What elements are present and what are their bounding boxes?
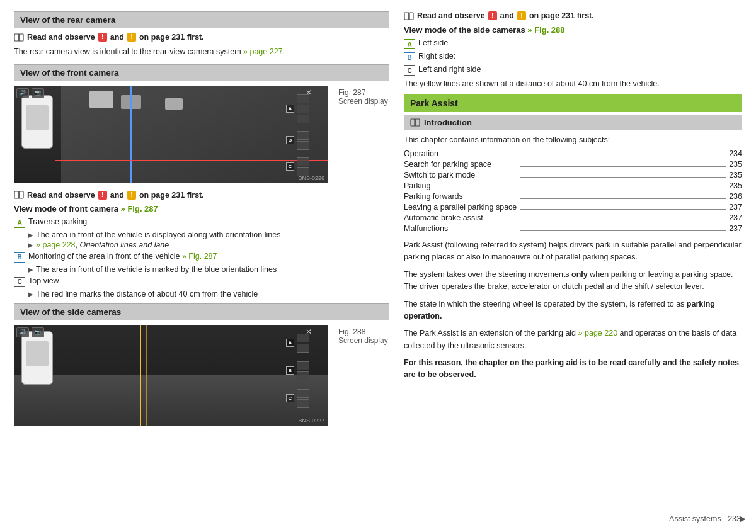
front-read-label: Read and observe bbox=[27, 191, 95, 200]
item-C-text: Top view bbox=[28, 276, 59, 285]
para5: For this reason, the chapter on the park… bbox=[404, 357, 742, 382]
toc-row-brake: Automatic brake assist 237 bbox=[404, 213, 742, 222]
side-cameras-header: View of the side cameras bbox=[14, 303, 389, 320]
para3: The state in which the steering wheel is… bbox=[404, 298, 742, 323]
badge-red-front: ! bbox=[98, 191, 107, 200]
side-label-B: B bbox=[286, 361, 309, 380]
rear-camera-link[interactable]: » page 227 bbox=[243, 47, 283, 56]
para2-prefix: The system takes over the steering movem… bbox=[404, 270, 571, 279]
svg-rect-5 bbox=[14, 191, 18, 198]
abc-labels-front: A B bbox=[286, 94, 309, 176]
next-arrow[interactable]: ▶ bbox=[740, 514, 746, 523]
toc-parking: Parking bbox=[404, 181, 517, 190]
toc-page-6: 237 bbox=[729, 213, 742, 222]
para4: The Park Assist is an extension of the p… bbox=[404, 327, 742, 352]
rear-camera-section: View of the rear camera Read and observe… bbox=[14, 11, 389, 58]
toc-page-5: 237 bbox=[729, 203, 742, 212]
svg-rect-6 bbox=[20, 191, 23, 198]
svg-rect-0 bbox=[14, 34, 18, 41]
front-on-page: on page 231 first. bbox=[139, 191, 204, 200]
side-camera-top-icons: 🔊 📷 bbox=[16, 327, 44, 337]
blue-orientation-line bbox=[130, 86, 132, 183]
toc-page-4: 236 bbox=[729, 192, 742, 201]
side-letter-C: C bbox=[404, 65, 415, 76]
side-item-B: B Right side: bbox=[404, 52, 742, 62]
bns-label-side: BNS-0227 bbox=[298, 417, 324, 424]
car-overhead-front bbox=[21, 95, 53, 149]
fig-287-link[interactable]: » Fig. 287 bbox=[121, 204, 158, 213]
side-letter-A: A bbox=[404, 39, 415, 49]
toc-operation: Operation bbox=[404, 149, 517, 158]
yellow-line-2 bbox=[146, 325, 147, 426]
fig288-link[interactable]: » Fig. 288 bbox=[527, 25, 564, 35]
side-volume-icon: 🔊 bbox=[16, 327, 29, 337]
footer-page: 233 bbox=[728, 514, 741, 523]
toc-row-malfunctions: Malfunctions 237 bbox=[404, 224, 742, 233]
bullet-arrow-1: ▶ bbox=[28, 231, 33, 239]
side-letter-B: B bbox=[404, 52, 415, 62]
bullet-arrow-2: ▶ bbox=[28, 241, 33, 249]
book-icon bbox=[14, 33, 24, 42]
item-C-bullet1: ▶ The red line marks the distance of abo… bbox=[28, 290, 389, 298]
rear-and: and bbox=[110, 33, 124, 42]
yellow-orientation-line bbox=[140, 325, 141, 426]
bullet-arrow-3: ▶ bbox=[28, 266, 33, 274]
front-camera-section: View of the front camera bbox=[14, 64, 389, 298]
book-icon-2 bbox=[14, 191, 24, 199]
toc-dots-7 bbox=[520, 230, 726, 231]
side-camera-image: 🔊 📷 ✕ A bbox=[14, 325, 328, 426]
toc-dots-6 bbox=[520, 220, 726, 220]
side-cameras-title: View of the side cameras bbox=[20, 307, 121, 317]
bns-label-front: BNS-0226 bbox=[298, 175, 324, 181]
side-label-A: A bbox=[286, 334, 309, 353]
right-column: Read and observe ! and ! on page 231 fir… bbox=[404, 11, 742, 521]
fig-288-label: Fig. 288 Screen display bbox=[338, 325, 389, 429]
front-camera-header: View of the front camera bbox=[14, 64, 389, 81]
label-B-front: B bbox=[286, 131, 309, 150]
para3-text: The state in which the steering wheel is… bbox=[404, 300, 687, 308]
svg-rect-1 bbox=[20, 34, 23, 41]
page220-link[interactable]: » page 220 bbox=[578, 329, 618, 337]
front-read-note: Read and observe ! and ! on page 231 fir… bbox=[14, 191, 389, 200]
fig-287-label: Fig. 287 Screen display bbox=[338, 86, 389, 187]
item-B-bullet1: ▶ The area in front of the vehicle is ma… bbox=[28, 265, 389, 274]
toc-row-search: Search for parking space 235 bbox=[404, 160, 742, 169]
toc-dots-2 bbox=[520, 177, 726, 178]
toc-dots-0 bbox=[520, 156, 726, 156]
toc-row-leaving: Leaving a parallel parking space 237 bbox=[404, 203, 742, 212]
label-A-front: A bbox=[286, 94, 309, 123]
camera-icon: 📷 bbox=[32, 88, 44, 98]
right-and: and bbox=[500, 11, 514, 20]
para2-bold: only bbox=[571, 270, 588, 279]
item-A-bullet1: ▶ The area in front of the vehicle is di… bbox=[28, 230, 389, 239]
left-column: View of the rear camera Read and observe… bbox=[14, 11, 389, 521]
svg-rect-15 bbox=[411, 119, 415, 126]
fig-287-number: Fig. 287 bbox=[338, 88, 389, 97]
yellow-lines-note: The yellow lines are shown at a distance… bbox=[404, 79, 742, 88]
fig-287-caption: Screen display bbox=[338, 97, 389, 106]
front-view-mode-title: View mode of front camera » Fig. 287 bbox=[14, 204, 389, 213]
item-A-text: Traverse parking bbox=[28, 217, 87, 226]
footer: Assist systems 233 bbox=[669, 514, 741, 523]
rear-camera-body: The rear camera view is identical to the… bbox=[14, 46, 389, 58]
para1: Park Assist (following referred to syste… bbox=[404, 239, 742, 264]
side-label-C: C bbox=[286, 389, 309, 408]
item-A: A Traverse parking bbox=[14, 217, 389, 228]
side-camera-figure: 🔊 📷 ✕ A bbox=[14, 325, 389, 429]
page228-link[interactable]: » page 228 bbox=[36, 241, 76, 249]
toc-row-forwards: Parking forwards 236 bbox=[404, 192, 742, 201]
toc-page-0: 234 bbox=[729, 149, 742, 158]
badge-yellow-right: ! bbox=[517, 11, 526, 20]
badge-yellow-front: ! bbox=[127, 191, 136, 200]
bullet-arrow-4: ▶ bbox=[28, 290, 33, 298]
letter-C: C bbox=[14, 277, 25, 287]
svg-rect-11 bbox=[410, 13, 413, 20]
fig287-link-B[interactable]: » Fig. 287 bbox=[182, 252, 217, 261]
right-on-page: on page 231 first. bbox=[529, 11, 594, 20]
item-B-text: Monitoring of the area in front of the v… bbox=[28, 252, 217, 261]
toc-search: Search for parking space bbox=[404, 160, 517, 169]
side-item-A: A Left side bbox=[404, 38, 742, 49]
park-assist-section: Park Assist Introduction This chapter co… bbox=[404, 94, 742, 382]
park-assist-header: Park Assist bbox=[404, 94, 742, 112]
front-and: and bbox=[110, 191, 124, 200]
